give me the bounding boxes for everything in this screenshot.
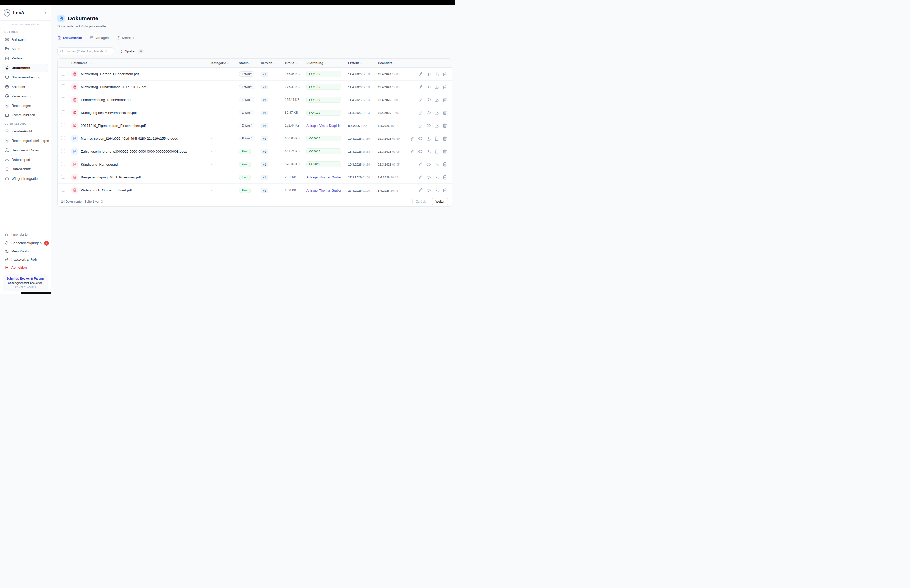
sidebar-item-stapelverarbeitung[interactable]: Stapelverarbeitung: [3, 73, 48, 81]
sidebar-item-dokumente[interactable]: Dokumente: [3, 64, 48, 72]
search-input[interactable]: [65, 50, 112, 53]
column-header-modified[interactable]: Geändert↑↓: [378, 61, 412, 65]
sidebar-item-kommunikation[interactable]: Kommunikation: [3, 111, 48, 119]
columns-button[interactable]: Spalten 8: [117, 47, 145, 55]
edit-button[interactable]: [418, 111, 423, 115]
row-checkbox[interactable]: [61, 162, 65, 166]
sidebar-item-zeiterfassung[interactable]: Zeiterfassung: [3, 92, 48, 100]
view-button[interactable]: [426, 162, 431, 166]
column-header-status[interactable]: Status↑↓: [239, 61, 261, 65]
view-button[interactable]: [426, 123, 431, 128]
sidebar-item-datenimport[interactable]: Datenimport: [3, 155, 48, 164]
tab-metriken[interactable]: Metriken: [116, 36, 136, 43]
download-button[interactable]: [435, 162, 439, 166]
prev-page-button[interactable]: Zurück: [412, 198, 430, 205]
sidebar-item-passwort-&-profil[interactable]: Passwort & Profil: [3, 255, 48, 263]
view-button[interactable]: [418, 149, 423, 154]
next-page-button[interactable]: Weiter: [432, 198, 448, 205]
sidebar-item-anfragen[interactable]: Anfragen: [3, 35, 48, 44]
row-checkbox[interactable]: [61, 175, 65, 179]
assignment-link[interactable]: Anfrage: Vesna Dragisic: [307, 124, 341, 128]
download-button[interactable]: [435, 111, 439, 115]
sidebar-item-timer-starten[interactable]: Timer starten: [3, 231, 48, 238]
sidebar-item-datenschutz[interactable]: Datenschutz: [3, 165, 48, 173]
convert-button[interactable]: [435, 149, 439, 154]
edit-button[interactable]: [418, 175, 423, 179]
filename[interactable]: Mietvertrag_Garage_Hundertmark.pdf: [81, 72, 139, 76]
edit-button[interactable]: [418, 188, 423, 192]
edit-button[interactable]: [418, 72, 423, 76]
filename[interactable]: Kündigung_Rameder.pdf: [81, 162, 119, 166]
view-button[interactable]: [426, 72, 431, 76]
filename[interactable]: Kündigung des Mietverhältnisses.pdf: [81, 111, 137, 115]
delete-button[interactable]: [443, 188, 447, 192]
row-checkbox[interactable]: [61, 149, 65, 153]
column-header-size[interactable]: Größe↑↓: [285, 61, 307, 65]
filename[interactable]: Endabrechnung_Hundermark.pdf: [81, 98, 131, 102]
delete-button[interactable]: [443, 162, 447, 166]
download-button[interactable]: [435, 123, 439, 128]
assignment-link[interactable]: Anfrage: Thomas Gruber: [307, 176, 341, 179]
sidebar-item-akten[interactable]: Akten: [3, 45, 48, 53]
delete-button[interactable]: [443, 98, 447, 102]
delete-button[interactable]: [443, 149, 447, 154]
column-header-assign[interactable]: Zuordnung↑↓: [307, 61, 348, 65]
sidebar-item-abmelden[interactable]: Abmelden: [3, 264, 48, 271]
row-checkbox[interactable]: [61, 84, 65, 89]
download-button[interactable]: [435, 85, 439, 89]
filename[interactable]: 20171219_Eigenebedarf_Einschreiben.pdf: [81, 124, 145, 128]
edit-button[interactable]: [418, 85, 423, 89]
row-checkbox[interactable]: [61, 188, 65, 192]
download-button[interactable]: [435, 72, 439, 76]
delete-button[interactable]: [443, 111, 447, 115]
sidebar-item-rechnungseinstellungen[interactable]: Rechnungseinstellungen: [3, 137, 48, 145]
view-button[interactable]: [418, 136, 423, 141]
sidebar-item-benutzer-&-rollen[interactable]: Benutzer & Rollen: [3, 146, 48, 154]
row-checkbox[interactable]: [61, 72, 65, 76]
delete-button[interactable]: [443, 123, 447, 128]
sidebar-item-benachrichtigungen[interactable]: Benachrichtigungen2: [3, 239, 48, 247]
view-button[interactable]: [426, 98, 431, 102]
edit-button[interactable]: [418, 98, 423, 102]
sidebar-item-kalender[interactable]: Kalender: [3, 82, 48, 91]
view-button[interactable]: [426, 85, 431, 89]
filename[interactable]: Mahnschreiben_f264e056-49bd-4d4f-9280-22…: [81, 137, 178, 141]
edit-button[interactable]: [410, 136, 414, 141]
filename[interactable]: Zahlungserinnerung_e3000025-0000-0000-00…: [81, 150, 187, 153]
delete-button[interactable]: [443, 72, 447, 76]
download-button[interactable]: [426, 136, 431, 141]
delete-button[interactable]: [443, 85, 447, 89]
sidebar-collapse-button[interactable]: [44, 11, 48, 15]
edit-button[interactable]: [418, 162, 423, 166]
assignment-link[interactable]: Anfrage: Thomas Gruber: [307, 189, 341, 192]
sidebar-item-kanzlei-profil[interactable]: Kanzlei-Profil: [3, 127, 48, 135]
download-button[interactable]: [435, 175, 439, 179]
download-button[interactable]: [435, 98, 439, 102]
row-checkbox[interactable]: [61, 123, 65, 127]
sidebar-item-parteien[interactable]: Parteien: [3, 54, 48, 62]
tab-vorlagen[interactable]: Vorlagen: [89, 36, 109, 43]
row-checkbox[interactable]: [61, 97, 65, 101]
view-button[interactable]: [426, 111, 431, 115]
sidebar-item-mein-konto[interactable]: Mein Konto: [3, 247, 48, 255]
sidebar-item-rechnungen[interactable]: Rechnungen: [3, 102, 48, 110]
convert-button[interactable]: [435, 136, 439, 141]
sidebar-item-widget-integration[interactable]: Widget-Integration: [3, 174, 48, 183]
column-header-version[interactable]: Version↑↓: [261, 61, 285, 65]
delete-button[interactable]: [443, 136, 447, 141]
download-button[interactable]: [435, 188, 439, 192]
edit-button[interactable]: [418, 123, 423, 128]
filename[interactable]: Widerspruch_Gruber_Entwurf.pdf: [81, 188, 132, 192]
view-button[interactable]: [426, 188, 431, 192]
filename[interactable]: Baugenehmigung_MFH_Rosenweg.pdf: [81, 175, 141, 179]
row-checkbox[interactable]: [61, 110, 65, 114]
column-header-created[interactable]: Erstellt↑↓: [348, 61, 378, 65]
delete-button[interactable]: [443, 175, 447, 179]
download-button[interactable]: [426, 149, 431, 154]
tab-dokumente[interactable]: Dokumente: [57, 36, 82, 43]
row-checkbox[interactable]: [61, 136, 65, 140]
column-header-category[interactable]: Kategorie↑↓: [212, 61, 239, 65]
view-button[interactable]: [426, 175, 431, 179]
account-card[interactable]: Schmidt, Becker & Partner admin@schmidt-…: [3, 274, 48, 291]
column-header-name[interactable]: Dateiname↑↓: [70, 61, 212, 65]
